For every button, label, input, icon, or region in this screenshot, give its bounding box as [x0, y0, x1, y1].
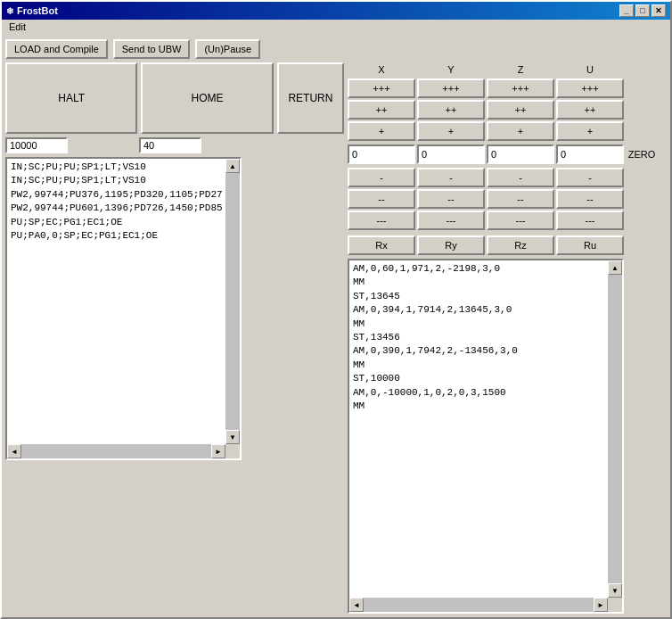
ru-button[interactable]: Ru: [556, 235, 624, 255]
right-vscroll[interactable]: ▲ ▼: [608, 260, 622, 598]
close-button[interactable]: ✕: [652, 4, 666, 17]
right-input[interactable]: [139, 137, 201, 153]
right-text-content: AM,0,60,1,971,2,-2198,3,0 MM ST,13645 AM…: [349, 260, 608, 598]
main-content: LOAD and Compile Send to UBW (Un)Pause H…: [2, 36, 670, 617]
right-hscroll-track[interactable]: [364, 598, 594, 612]
minimize-button[interactable]: _: [619, 4, 634, 17]
left-hscroll[interactable]: ◄ ►: [7, 444, 240, 458]
x-p-button[interactable]: +: [348, 121, 415, 141]
y-mm-button[interactable]: --: [417, 189, 485, 209]
jog-m-row: - - - -: [348, 168, 624, 187]
right-scroll-left[interactable]: ◄: [349, 598, 364, 612]
x-coord-input[interactable]: [348, 144, 415, 164]
right-scroll-up[interactable]: ▲: [608, 260, 622, 275]
left-scroll-up[interactable]: ▲: [225, 159, 240, 173]
load-compile-button[interactable]: LOAD and Compile: [5, 39, 108, 59]
y-ppp-button[interactable]: +++: [417, 78, 485, 98]
left-panel: HALT HOME RETURN: [5, 62, 344, 614]
axis-z-label: Z: [487, 62, 554, 77]
zero-label: ZERO: [626, 149, 658, 160]
y-coord-input[interactable]: [417, 144, 485, 164]
right-scroll-right[interactable]: ►: [594, 598, 608, 612]
toolbar: LOAD and Compile Send to UBW (Un)Pause: [5, 39, 667, 59]
unpause-button[interactable]: (Un)Pause: [195, 39, 260, 59]
u-mm-button[interactable]: --: [556, 189, 624, 209]
u-m-button[interactable]: -: [556, 168, 624, 187]
u-pp-button[interactable]: ++: [556, 100, 624, 120]
y-mmm-button[interactable]: ---: [417, 210, 485, 230]
axis-headers: X Y Z U: [348, 62, 624, 77]
inputs-row: [5, 137, 344, 153]
left-scroll-left[interactable]: ◄: [7, 444, 21, 458]
send-ubw-button[interactable]: Send to UBW: [113, 39, 191, 59]
z-p-button[interactable]: +: [487, 121, 554, 141]
y-p-button[interactable]: +: [417, 121, 485, 141]
x-ppp-button[interactable]: +++: [348, 78, 415, 98]
title-controls: _ □ ✕: [619, 4, 666, 17]
halt-button[interactable]: HALT: [5, 62, 137, 134]
r-buttons-row: Rx Ry Rz Ru: [348, 235, 624, 255]
z-coord-input[interactable]: [487, 144, 554, 164]
axis-u-label: U: [556, 62, 624, 77]
menu-edit[interactable]: Edit: [5, 21, 29, 33]
right-text: AM,0,60,1,971,2,-2198,3,0 MM ST,13645 AM…: [349, 260, 608, 415]
left-text-content: IN;SC;PU;PU;SP1;LT;VS10 IN;SC;PU;PU;SP1;…: [7, 159, 225, 444]
main-area: HALT HOME RETURN: [5, 62, 667, 614]
left-scroll-right[interactable]: ►: [211, 444, 225, 458]
coord-row: [348, 144, 624, 164]
rz-button[interactable]: Rz: [487, 235, 554, 255]
x-m-button[interactable]: -: [348, 168, 415, 187]
axis-y-label: Y: [417, 62, 485, 77]
jog-mm-row: -- -- -- --: [348, 189, 624, 209]
z-m-button[interactable]: -: [487, 168, 554, 187]
main-window: ❄ FrostBot _ □ ✕ Edit LOAD and Compile S…: [0, 0, 672, 619]
rx-button[interactable]: Rx: [348, 235, 415, 255]
bottom-panels: IN;SC;PU;PU;SP1;LT;VS10 IN;SC;PU;PU;SP1;…: [5, 157, 344, 460]
jog-p-row: + + + +: [348, 121, 624, 141]
left-text-area-container: IN;SC;PU;PU;SP1;LT;VS10 IN;SC;PU;PU;SP1;…: [5, 157, 242, 460]
axis-x-label: X: [348, 62, 415, 77]
left-text: IN;SC;PU;PU;SP1;LT;VS10 IN;SC;PU;PU;SP1;…: [7, 159, 225, 244]
left-scroll-track[interactable]: [225, 173, 240, 430]
window-title: FrostBot: [17, 5, 58, 16]
x-pp-button[interactable]: ++: [348, 100, 415, 120]
right-scroll-down[interactable]: ▼: [608, 583, 622, 598]
home-button[interactable]: HOME: [141, 62, 273, 134]
jog-mmm-row: --- --- --- ---: [348, 210, 624, 230]
menu-bar: Edit: [2, 20, 670, 36]
y-pp-button[interactable]: ++: [417, 100, 485, 120]
right-hscroll[interactable]: ◄ ►: [349, 598, 622, 612]
u-mmm-button[interactable]: ---: [556, 210, 624, 230]
title-bar: ❄ FrostBot _ □ ✕: [2, 2, 670, 20]
z-mm-button[interactable]: --: [487, 189, 554, 209]
u-ppp-button[interactable]: +++: [556, 78, 624, 98]
right-scroll-track[interactable]: [608, 275, 622, 583]
left-scroll-down[interactable]: ▼: [225, 430, 240, 444]
y-m-button[interactable]: -: [417, 168, 485, 187]
jog-pp-row: ++ ++ ++ ++: [348, 100, 624, 120]
left-hscroll-track[interactable]: [21, 444, 211, 458]
left-vscroll[interactable]: ▲ ▼: [225, 159, 240, 444]
z-mmm-button[interactable]: ---: [487, 210, 554, 230]
right-text-area-container: AM,0,60,1,971,2,-2198,3,0 MM ST,13645 AM…: [348, 259, 624, 614]
left-input[interactable]: [5, 137, 68, 153]
ry-button[interactable]: Ry: [417, 235, 485, 255]
window-icon: ❄: [6, 6, 13, 16]
x-mmm-button[interactable]: ---: [348, 210, 415, 230]
z-pp-button[interactable]: ++: [487, 100, 554, 120]
maximize-button[interactable]: □: [635, 4, 650, 17]
x-mm-button[interactable]: --: [348, 189, 415, 209]
u-p-button[interactable]: +: [556, 121, 624, 141]
z-ppp-button[interactable]: +++: [487, 78, 554, 98]
big-buttons-row: HALT HOME RETURN: [5, 62, 344, 134]
return-button[interactable]: RETURN: [277, 62, 344, 134]
jog-ppp-row: +++ +++ +++ +++: [348, 78, 624, 98]
u-coord-input[interactable]: [556, 144, 624, 164]
jog-panel: X Y Z U +++ +++ +++ +++: [348, 62, 658, 614]
